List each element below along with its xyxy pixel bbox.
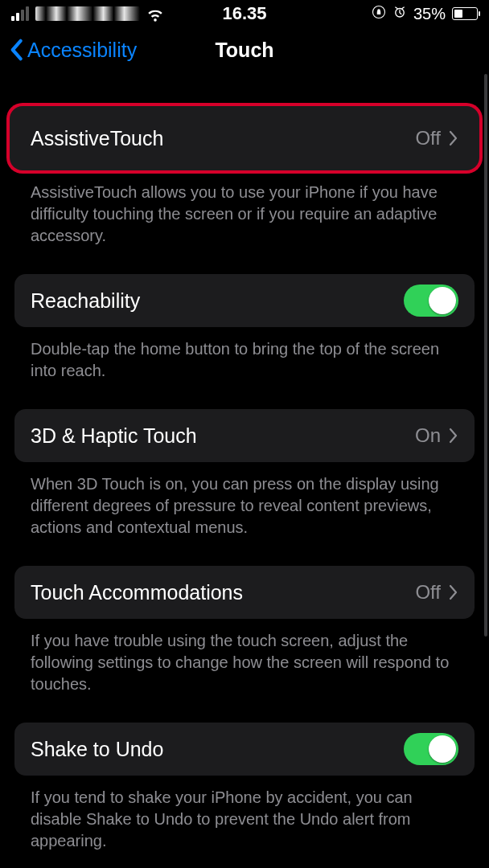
chevron-right-icon xyxy=(449,584,458,600)
chevron-left-icon xyxy=(8,39,24,61)
back-label: Accessibility xyxy=(27,39,137,62)
row-touch-accommodations[interactable]: Touch Accommodations Off xyxy=(14,566,475,619)
group-footer: AssistiveTouch allows you to use your iP… xyxy=(14,170,475,247)
row-3d-haptic-touch[interactable]: 3D & Haptic Touch On xyxy=(14,409,475,462)
group-footer: When 3D Touch is on, you can press on th… xyxy=(14,462,475,538)
back-button[interactable]: Accessibility xyxy=(0,39,137,62)
reachability-toggle[interactable] xyxy=(404,285,458,317)
navigation-bar: Accessibility Touch xyxy=(0,27,489,72)
row-value: Off xyxy=(415,581,441,604)
battery-icon xyxy=(452,7,478,20)
group-footer: Double-tap the home button to bring the … xyxy=(14,327,475,382)
chevron-right-icon xyxy=(449,130,458,146)
group-footer: If you tend to shake your iPhone by acci… xyxy=(14,776,475,852)
row-label: 3D & Haptic Touch xyxy=(31,424,197,448)
scrollbar[interactable] xyxy=(484,74,487,637)
row-label: Touch Accommodations xyxy=(31,581,243,604)
row-label: Shake to Undo xyxy=(31,738,163,761)
row-label: Reachability xyxy=(31,289,140,313)
group-footer: If you have trouble using the touch scre… xyxy=(14,619,475,695)
row-label: AssistiveTouch xyxy=(31,127,163,150)
status-time: 16.35 xyxy=(0,3,489,24)
row-reachability[interactable]: Reachability xyxy=(14,274,475,327)
chevron-right-icon xyxy=(449,428,458,444)
settings-list: AssistiveTouch Off AssistiveTouch allows… xyxy=(0,106,489,868)
status-bar: 16.35 35% xyxy=(0,0,489,27)
row-value: On xyxy=(415,424,441,447)
row-shake-to-undo[interactable]: Shake to Undo xyxy=(14,723,475,776)
row-assistivetouch[interactable]: AssistiveTouch Off xyxy=(10,106,479,170)
row-value: Off xyxy=(415,127,441,149)
shake-to-undo-toggle[interactable] xyxy=(404,733,458,765)
